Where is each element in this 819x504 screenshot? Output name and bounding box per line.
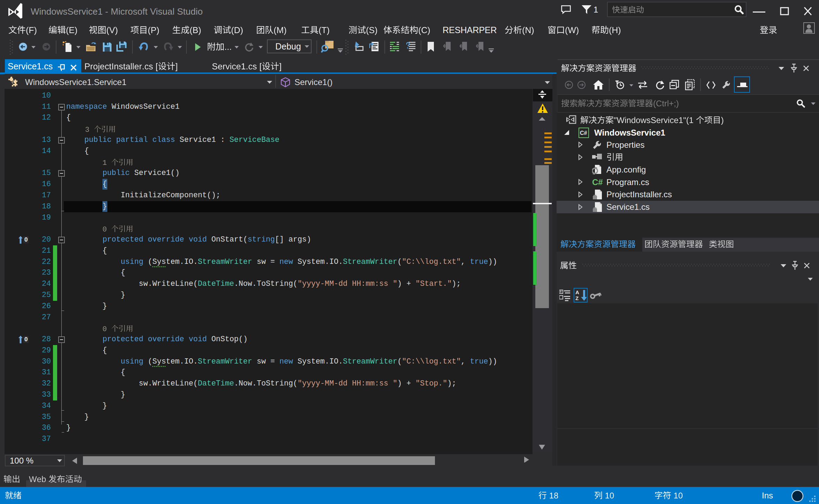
svg-text:A: A (575, 289, 579, 295)
svg-text:C#: C# (580, 130, 587, 136)
svg-text:Z: Z (575, 295, 579, 301)
svg-text:C#: C# (592, 177, 603, 186)
